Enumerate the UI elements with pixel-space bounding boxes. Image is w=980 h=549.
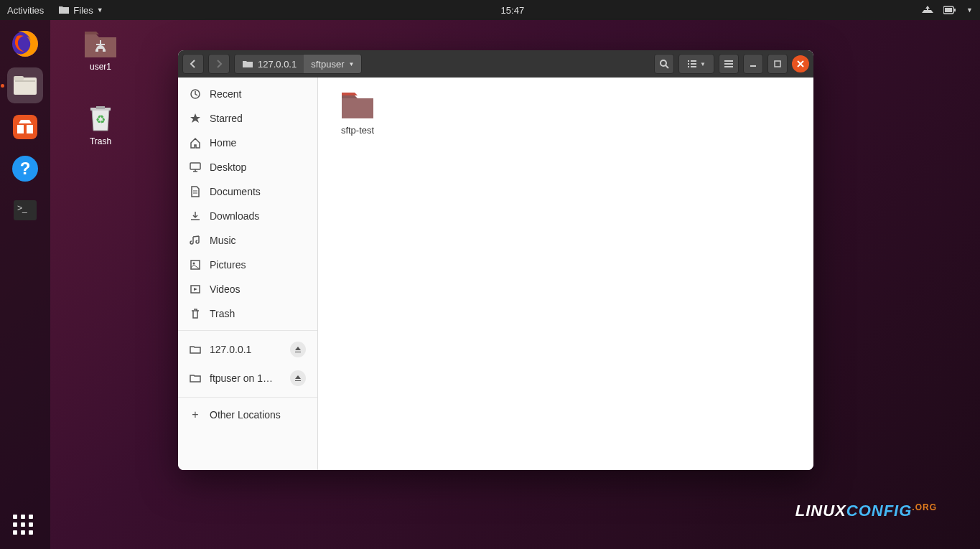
star-icon <box>190 113 201 124</box>
close-button[interactable] <box>792 55 809 72</box>
activities-button[interactable]: Activities <box>7 5 44 16</box>
sidebar-item-label: Desktop <box>210 161 246 173</box>
network-icon <box>190 344 201 355</box>
trash-icon <box>190 308 201 319</box>
desktop-trash[interactable]: ♻ Trash <box>75 100 126 146</box>
svg-rect-15 <box>775 61 780 67</box>
sidebar-item-label: ftpuser on 1… <box>210 372 273 384</box>
eject-button[interactable] <box>290 342 306 357</box>
music-icon <box>190 235 201 246</box>
titlebar[interactable]: 127.0.0.1 sftpuser ▼ ▼ <box>178 50 813 78</box>
file-item[interactable]: sftp-test <box>329 88 386 136</box>
sidebar-item-label: Starred <box>210 113 243 124</box>
dock-firefox[interactable] <box>7 26 43 62</box>
plus-icon: + <box>190 408 201 421</box>
svg-rect-6 <box>15 80 35 82</box>
svg-rect-5 <box>14 76 24 80</box>
svg-rect-17 <box>190 163 200 169</box>
dock-help[interactable]: ? <box>7 151 43 187</box>
sidebar-item-home[interactable]: Home <box>178 131 317 155</box>
sidebar-item-trash[interactable]: Trash <box>178 301 317 326</box>
dock: ? >_ <box>0 20 50 549</box>
sidebar-other-locations[interactable]: + Other Locations <box>178 402 317 428</box>
desktop-folder-user1[interactable]: user1 <box>75 29 126 72</box>
files-window: 127.0.0.1 sftpuser ▼ ▼ RecentStarredHome… <box>178 50 813 470</box>
sidebar-item-label: Downloads <box>210 210 259 222</box>
svg-rect-1 <box>945 8 952 12</box>
clock[interactable]: 15:47 <box>501 5 525 16</box>
folder-icon <box>58 4 70 16</box>
sidebar-item-downloads[interactable]: Downloads <box>178 204 317 228</box>
dock-software[interactable] <box>7 109 43 145</box>
file-view[interactable]: sftp-test <box>318 78 813 470</box>
desktop-icon-label: user1 <box>75 62 126 72</box>
network-icon <box>190 372 201 384</box>
chevron-down-icon[interactable]: ▼ <box>966 6 973 14</box>
sidebar-item-label: 127.0.0.1 <box>210 344 251 355</box>
sidebar-mount[interactable]: 127.0.0.1 <box>178 335 317 364</box>
view-toggle-button[interactable]: ▼ <box>678 54 714 74</box>
chevron-down-icon: ▼ <box>97 6 103 14</box>
path-bar: 127.0.0.1 sftpuser ▼ <box>234 54 362 74</box>
svg-rect-21 <box>342 98 373 118</box>
download-icon <box>190 210 201 222</box>
sidebar-item-label: Documents <box>210 186 261 197</box>
sidebar-item-starred[interactable]: Starred <box>178 106 317 131</box>
svg-rect-2 <box>954 9 956 11</box>
dock-files[interactable] <box>7 67 43 103</box>
svg-text:♻: ♻ <box>95 113 106 126</box>
sidebar-item-recent[interactable]: Recent <box>178 82 317 106</box>
sidebar-item-label: Music <box>210 235 236 246</box>
network-folder-icon <box>242 58 253 70</box>
path-current[interactable]: sftpuser ▼ <box>304 55 361 73</box>
battery-icon[interactable] <box>943 6 956 14</box>
forward-button[interactable] <box>208 54 230 74</box>
hamburger-menu[interactable] <box>719 54 739 74</box>
sidebar-item-label: Home <box>210 137 236 149</box>
svg-text:>_: >_ <box>17 203 27 213</box>
clock-icon <box>190 88 201 100</box>
svg-text:?: ? <box>20 159 31 178</box>
search-button[interactable] <box>654 54 674 74</box>
sidebar-item-label: Videos <box>210 283 241 295</box>
top-bar: Activities Files ▼ 15:47 ▼ <box>0 0 980 20</box>
video-icon <box>190 283 201 295</box>
desktop-icon-label: Trash <box>75 136 126 146</box>
show-applications[interactable] <box>13 515 37 539</box>
dock-terminal[interactable]: >_ <box>7 192 43 228</box>
sidebar-item-label: Trash <box>210 308 235 319</box>
sidebar-item-label: Recent <box>210 88 241 100</box>
home-icon <box>190 137 201 149</box>
file-label: sftp-test <box>329 125 386 136</box>
sidebar: RecentStarredHomeDesktopDocumentsDownloa… <box>178 78 318 470</box>
sidebar-item-label: Other Locations <box>210 409 281 421</box>
folder-icon <box>339 88 376 123</box>
sidebar-item-desktop[interactable]: Desktop <box>178 155 317 179</box>
maximize-button[interactable] <box>767 54 788 74</box>
app-menu[interactable]: Files ▼ <box>58 4 103 16</box>
chevron-down-icon: ▼ <box>700 61 706 67</box>
list-view-icon <box>687 59 697 69</box>
network-icon[interactable] <box>922 4 933 16</box>
eject-button[interactable] <box>290 370 306 386</box>
picture-icon <box>190 259 201 271</box>
minimize-button[interactable] <box>743 54 763 74</box>
app-menu-label: Files <box>73 5 93 16</box>
sidebar-item-music[interactable]: Music <box>178 228 317 253</box>
sidebar-item-pictures[interactable]: Pictures <box>178 253 317 277</box>
chevron-down-icon: ▼ <box>348 61 354 67</box>
document-icon <box>190 186 201 197</box>
svg-point-19 <box>193 263 195 265</box>
svg-point-14 <box>661 60 666 66</box>
sidebar-item-label: Pictures <box>210 259 246 271</box>
back-button[interactable] <box>182 54 204 74</box>
watermark-logo: LINUXCONFIG.ORG <box>795 502 937 520</box>
desktop-icon <box>190 161 201 173</box>
sidebar-item-documents[interactable]: Documents <box>178 179 317 204</box>
sidebar-item-videos[interactable]: Videos <box>178 277 317 301</box>
path-host[interactable]: 127.0.0.1 <box>235 55 304 73</box>
sidebar-mount[interactable]: ftpuser on 1… <box>178 364 317 393</box>
